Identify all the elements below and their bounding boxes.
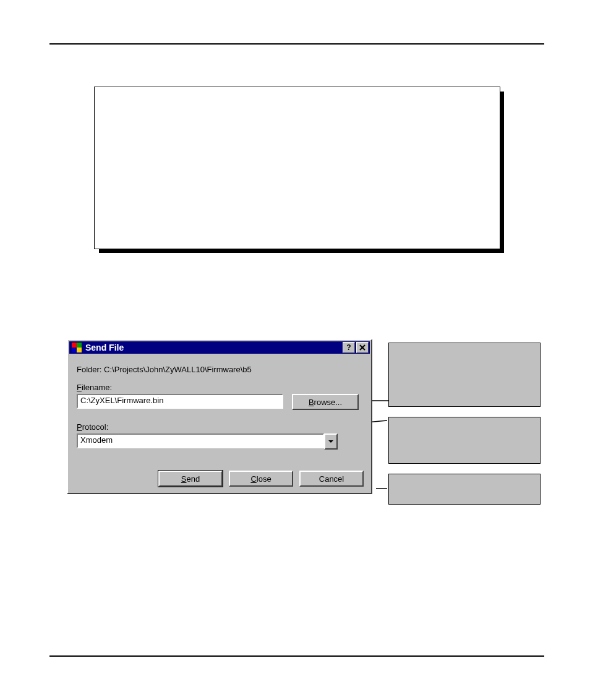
top-rule xyxy=(49,43,544,45)
close-button[interactable]: Close xyxy=(229,471,293,487)
send-button[interactable]: Send xyxy=(158,471,223,487)
title-bar[interactable]: Send File ? xyxy=(69,341,370,354)
browse-button[interactable]: Browse... xyxy=(292,394,359,410)
folder-label: Folder: xyxy=(77,365,101,374)
white-box xyxy=(94,87,500,249)
annotation-box-3 xyxy=(388,474,541,505)
filename-input[interactable]: C:\ZyXEL\Firmware.bin xyxy=(77,394,283,409)
protocol-value: Xmodem xyxy=(80,435,113,445)
help-icon: ? xyxy=(346,343,351,352)
close-window-button[interactable] xyxy=(356,342,369,353)
filename-value: C:\ZyXEL\Firmware.bin xyxy=(80,396,163,405)
chevron-down-icon[interactable] xyxy=(324,433,338,450)
send-file-dialog: Send File ? Folder: C:\Projects\John\ZyW… xyxy=(67,339,372,494)
protocol-label: Protocol: xyxy=(77,422,362,432)
bottom-rule xyxy=(49,655,544,657)
annotation-box-2 xyxy=(388,417,541,464)
annotation-box-1 xyxy=(388,343,541,407)
cancel-button[interactable]: Cancel xyxy=(299,471,364,487)
app-icon xyxy=(72,343,82,352)
protocol-select[interactable]: Xmodem xyxy=(77,433,338,450)
filename-label: Filename: xyxy=(77,383,362,392)
folder-value: C:\Projects\John\ZyWALL10\Firmware\b5 xyxy=(104,365,252,374)
close-icon xyxy=(359,344,366,351)
folder-line: Folder: C:\Projects\John\ZyWALL10\Firmwa… xyxy=(77,365,362,374)
title-text: Send File xyxy=(85,343,343,352)
help-button[interactable]: ? xyxy=(343,342,355,353)
cancel-label: Cancel xyxy=(319,474,344,484)
